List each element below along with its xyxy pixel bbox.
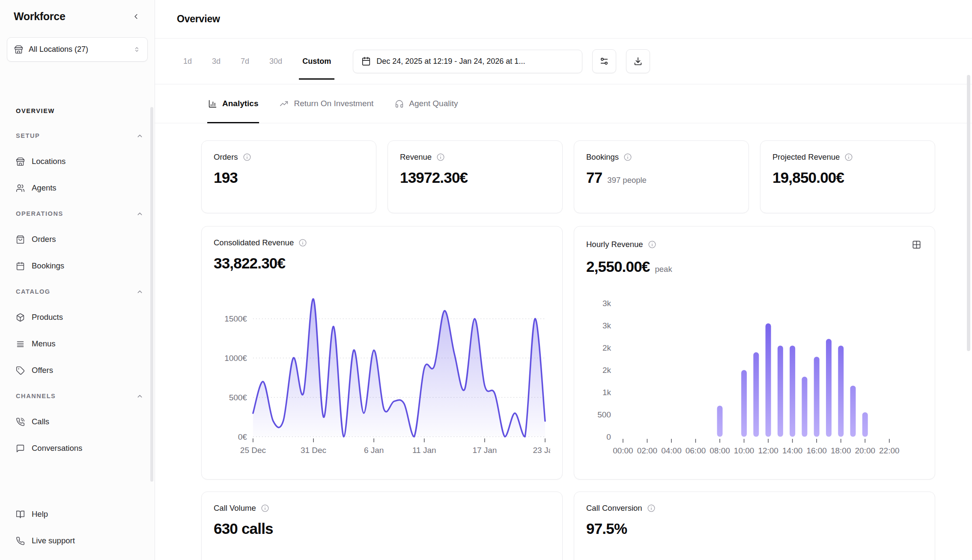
stat-card-bookings: Bookings 77 397 people [574,140,749,213]
tab-label: Agent Quality [409,99,458,108]
svg-text:6 Jan: 6 Jan [364,446,384,455]
consolidated-revenue-card: Consolidated Revenue 33,822.30€ 0€500€10… [201,226,563,480]
chevrons-up-down-icon [133,46,140,53]
sidebar-item-calls[interactable]: Calls [16,408,143,435]
chevron-up-icon [136,132,143,140]
svg-text:1000€: 1000€ [224,354,247,363]
tab-label: Return On Investment [294,99,373,108]
stat-value: 77 [586,169,602,186]
svg-text:02:00: 02:00 [637,446,657,455]
range-1d-button[interactable]: 1d [182,54,193,69]
chart-peak-suffix: peak [655,265,672,274]
phone-icon [16,536,25,545]
sidebar-section-setup[interactable]: SETUP [16,123,143,148]
svg-text:3k: 3k [602,321,611,330]
chevron-up-icon [136,288,143,295]
svg-text:18:00: 18:00 [831,446,851,455]
sidebar-item-locations[interactable]: Locations [16,148,143,175]
info-icon[interactable] [647,504,656,512]
page-scrollbar[interactable] [967,75,970,351]
sidebar-item-label: Products [32,313,63,322]
range-custom-button[interactable]: Custom [301,54,332,69]
svg-text:08:00: 08:00 [710,446,730,455]
sidebar-item-live-support[interactable]: Live support [16,527,143,554]
hourly-revenue-card: Hourly Revenue 2,550.00€ peak 05001k2k2k… [574,226,935,480]
range-7d-button[interactable]: 7d [240,54,250,69]
svg-text:14:00: 14:00 [782,446,802,455]
stat-card-orders: Orders 193 [201,140,376,213]
phone-call-icon [16,417,25,426]
sidebar-item-orders[interactable]: Orders [16,226,143,253]
svg-text:20:00: 20:00 [855,446,875,455]
sidebar-section-channels[interactable]: CHANNELS [16,384,143,408]
sidebar-item-bookings[interactable]: Bookings [16,253,143,279]
app-title: Workforce [14,10,65,23]
sidebar-item-overview[interactable]: OVERVIEW [16,98,143,123]
sidebar-item-menus[interactable]: Menus [16,331,143,357]
table-view-button[interactable] [910,238,923,251]
info-icon[interactable] [243,153,251,161]
sidebar-item-agents[interactable]: Agents [16,175,143,201]
info-icon[interactable] [844,153,853,161]
stat-label: Projected Revenue [772,152,840,162]
sidebar-collapse-button[interactable] [130,11,142,23]
tab-return-on-investment[interactable]: Return On Investment [280,84,373,123]
sidebar-item-label: Orders [32,235,56,244]
sidebar-item-help[interactable]: Help [16,501,143,527]
stat-value: 630 calls [214,520,273,537]
consolidated-revenue-area-chart: 0€500€1000€1500€25 Dec31 Dec6 Jan11 Jan1… [214,295,550,468]
info-icon[interactable] [623,153,632,161]
sidebar-item-label: Live support [32,536,75,545]
svg-text:17 Jan: 17 Jan [472,446,497,455]
section-label: OPERATIONS [16,210,63,217]
sidebar-item-products[interactable]: Products [16,304,143,331]
store-icon [14,45,23,54]
sliders-icon [599,57,609,66]
sidebar: Workforce All Locations (27) OVERVIEW SE… [0,0,155,560]
info-icon[interactable] [436,153,445,161]
section-label: SETUP [16,132,40,139]
sidebar-section-catalog[interactable]: CATALOG [16,279,143,304]
sidebar-scrollbar[interactable] [150,107,153,482]
chevron-up-icon [136,210,143,217]
section-label: CATALOG [16,288,51,295]
sidebar-item-label: Help [32,509,48,519]
shopping-bag-icon [16,235,25,244]
users-icon [16,184,25,193]
range-30d-button[interactable]: 30d [268,54,283,69]
chart-column-icon [208,99,217,108]
table-grid-icon [912,240,921,250]
svg-text:2k: 2k [602,366,611,375]
trending-up-icon [280,99,289,108]
svg-text:31 Dec: 31 Dec [301,446,326,455]
info-icon[interactable] [648,240,656,249]
svg-text:0: 0 [606,432,611,441]
menu-lines-icon [16,340,25,349]
info-icon[interactable] [298,238,307,247]
date-range-picker[interactable]: Dec 24, 2025 at 12:19 - Jan 24, 2026 at … [353,50,582,73]
overview-label: OVERVIEW [16,107,55,114]
toolbar: 1d 3d 7d 30d Custom Dec 24, 2025 at 12:1… [155,39,972,84]
tag-icon [16,366,25,375]
tab-analytics[interactable]: Analytics [208,84,258,123]
sidebar-item-offers[interactable]: Offers [16,357,143,384]
location-selector[interactable]: All Locations (27) [7,37,148,62]
stat-label: Revenue [400,152,432,162]
tab-agent-quality[interactable]: Agent Quality [395,84,458,123]
sidebar-item-conversations[interactable]: Conversations [16,435,143,462]
message-square-icon [16,444,25,453]
chevron-left-icon [132,12,140,21]
sidebar-section-operations[interactable]: OPERATIONS [16,201,143,226]
hourly-revenue-bar-chart: 05001k2k2k3k3k00:0002:0004:0006:0008:001… [586,295,923,468]
download-button[interactable] [626,49,650,73]
sidebar-footer: Help Live support [0,501,155,560]
svg-text:00:00: 00:00 [613,446,633,455]
call-volume-card: Call Volume 630 calls [201,491,563,560]
range-3d-button[interactable]: 3d [211,54,221,69]
svg-text:0€: 0€ [238,432,247,441]
settings-button[interactable] [592,49,616,73]
stat-label: Orders [214,152,238,162]
info-icon[interactable] [261,504,269,512]
svg-text:22:00: 22:00 [879,446,899,455]
chart-total-value: 33,822.30€ [214,255,285,272]
